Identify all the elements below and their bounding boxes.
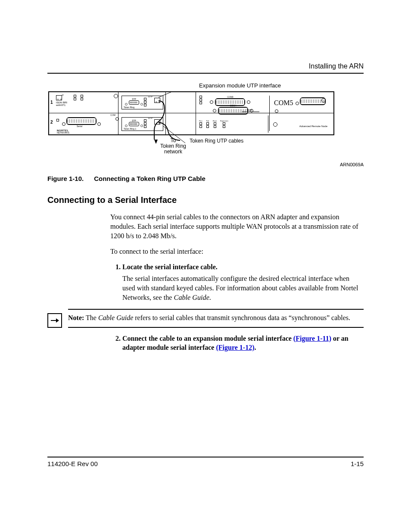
utp-port-bottom: [154, 119, 160, 124]
serial-right-label: Serial: [246, 109, 252, 111]
section-body: You connect 44-pin serial cables to the …: [110, 213, 364, 303]
utp-port-top: [154, 98, 160, 103]
figure-id-code: ARN0069A: [340, 162, 364, 167]
figure-caption: Figure 1-10.Connecting a Token Ring UTP …: [47, 175, 364, 182]
footer-left: 114200-E Rev 00: [47, 460, 98, 467]
slot-1-number: 1: [50, 100, 53, 105]
figure-block: Expansion module UTP interface 1 2 U: [47, 82, 364, 182]
footer-right: 1-15: [351, 460, 364, 467]
under-label-to-network: To Token Ring network: [160, 138, 186, 155]
under-label-cables: Token Ring UTP cables: [190, 138, 243, 144]
step-1: Locate the serial interface cable. The s…: [122, 262, 364, 302]
header-rule: [47, 73, 364, 74]
device-diagram: 1 2 U: [48, 91, 334, 135]
tr-name-bot: Token Ring 1: [124, 128, 136, 130]
token-ring-module-top: STP UTP Token Ring: [121, 96, 163, 109]
page-footer: 114200-E Rev 00 1-15: [47, 457, 364, 467]
expansion-slot1-right: COM3 COM4 Serial: [199, 96, 268, 110]
com4-connector: [218, 107, 248, 115]
token-ring-module-bottom: STP UTP Token Ring 1: [121, 117, 163, 131]
adapter-slot1: U ISDN BRI withNT1: [56, 95, 115, 111]
section-para-1: You connect 44-pin serial cables to the …: [110, 213, 364, 241]
svg-marker-4: [56, 318, 59, 323]
figure-1-11-link[interactable]: (Figure 1-11): [293, 335, 331, 342]
section-para-2: To connect to the serial interface:: [110, 247, 364, 257]
step-2: Connect the cable to an expansion module…: [122, 334, 364, 352]
isdn-label: ISDN BRI withNT1: [56, 101, 115, 106]
com-left-label: COM: [110, 114, 115, 116]
note-text: Note: The Cable Guide refers to serial c…: [68, 309, 364, 328]
section-heading: Connecting to a Serial Interface: [47, 195, 364, 205]
note-arrow-icon: [47, 313, 62, 328]
nortel-logo: NORTEL NETWORKS: [57, 129, 69, 134]
isdn-port: [56, 95, 62, 100]
figure-top-callout: Expansion module UTP interface: [116, 82, 364, 89]
page-header: Installing the ARN: [47, 62, 364, 70]
com5-connector: [300, 97, 326, 105]
u-label: U: [62, 93, 64, 96]
expansion-slot2-right: Run Fail Base Expansion: [199, 117, 330, 131]
figure-1-12-link[interactable]: (Figure 1-12): [216, 344, 254, 351]
serial-left-label: Serial: [77, 125, 82, 128]
slot-2-number: 2: [50, 120, 53, 124]
serial-connector-left: [66, 117, 97, 125]
tr-name-top: Token Ring: [124, 106, 134, 109]
